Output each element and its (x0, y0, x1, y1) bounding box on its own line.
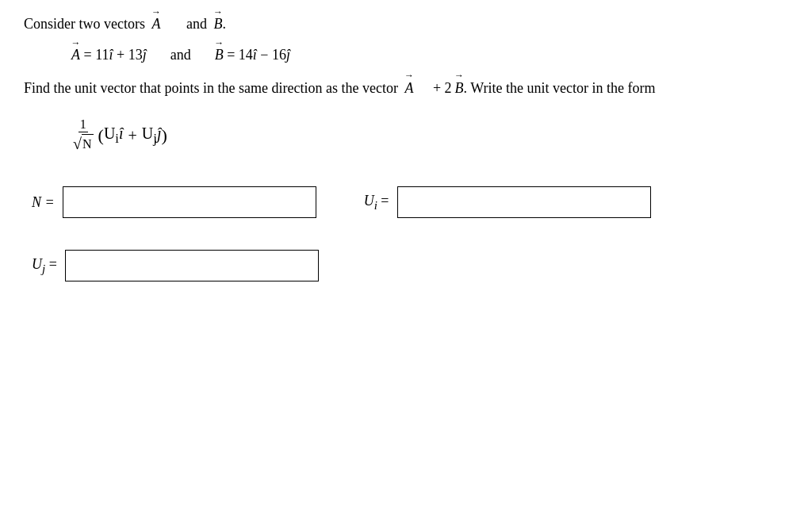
uj-label: Uj = (32, 256, 57, 276)
u-j-term: Ujĵ (142, 124, 162, 147)
vector-A-intro: A (151, 16, 160, 33)
problem-container: Consider two vectors A and B. A = 11î + … (24, 16, 788, 281)
sqrt-content: N (82, 134, 94, 153)
plus-sign: + (128, 127, 137, 145)
vecB-equation: B = 14î − 16ĵ (215, 47, 290, 63)
uj-subscript: j (42, 262, 45, 274)
intro-text: Consider two vectors A and B. (24, 16, 788, 33)
n-label: N = (32, 194, 55, 211)
n-input-group: N = (32, 186, 316, 218)
find-instruction: Find the unit vector that points in the … (24, 78, 788, 99)
n-input[interactable] (63, 186, 316, 218)
vector-equations-row: A = 11î + 13ĵ and B = 14î − 16ĵ (71, 47, 788, 63)
uj-input-row: Uj = (24, 250, 788, 281)
sqrt-symbol: √ (73, 132, 82, 155)
and-word: and (186, 16, 207, 32)
u-i-term: Uiî (104, 124, 124, 147)
ui-input-group: Ui = (364, 186, 651, 218)
n-ui-inputs-row: N = Ui = (24, 186, 788, 218)
paren-close: ) (161, 125, 167, 146)
unit-vector-form: 1 √N ( Uiî + Ujĵ ) (71, 117, 788, 155)
and-separator: and (170, 47, 191, 63)
vector-B-intro: B (213, 16, 222, 33)
paren-open: ( (98, 125, 104, 146)
ui-input[interactable] (397, 186, 651, 218)
ui-label: Ui = (364, 193, 389, 213)
uj-input[interactable] (65, 250, 319, 281)
vecA-equation: A = 11î + 13ĵ (71, 47, 147, 63)
ui-subscript: i (374, 198, 377, 211)
fraction-numerator: 1 (79, 117, 88, 132)
fraction-denominator: √N (71, 132, 95, 155)
